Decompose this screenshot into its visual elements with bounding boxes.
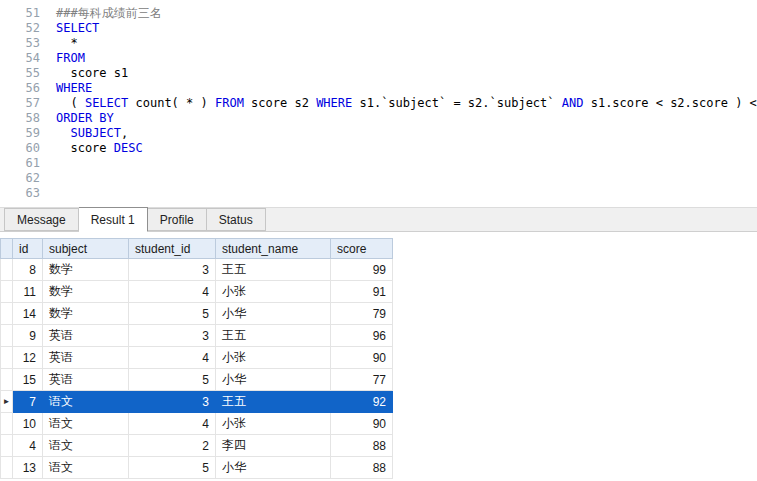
- result-table-body: 8数学3王五9911数学4小张9114数学5小华799英语3王五9612英语4小…: [1, 259, 393, 479]
- cell-subject[interactable]: 语文: [43, 457, 129, 479]
- cell-score[interactable]: 96: [331, 325, 393, 347]
- cell-student_name[interactable]: 小张: [216, 413, 331, 435]
- row-selector[interactable]: [1, 457, 13, 479]
- cell-student_id[interactable]: 4: [129, 413, 216, 435]
- cell-student_name[interactable]: 小华: [216, 369, 331, 391]
- cell-id[interactable]: 9: [13, 325, 43, 347]
- table-row: 14数学5小华79: [1, 303, 393, 325]
- cell-score[interactable]: 90: [331, 347, 393, 369]
- line-number: 60: [0, 141, 40, 156]
- row-selector-header: [1, 239, 13, 259]
- cell-id[interactable]: 4: [13, 435, 43, 457]
- cell-student_name[interactable]: 小华: [216, 457, 331, 479]
- cell-student_id[interactable]: 5: [129, 303, 216, 325]
- cell-subject[interactable]: 英语: [43, 369, 129, 391]
- cell-student_id[interactable]: 3: [129, 259, 216, 281]
- code-line: score s1: [56, 66, 757, 81]
- cell-student_id[interactable]: 3: [129, 391, 216, 413]
- line-number: 57: [0, 96, 40, 111]
- cell-student_name[interactable]: 李四: [216, 435, 331, 457]
- row-selector[interactable]: [1, 435, 13, 457]
- tab-message[interactable]: Message: [4, 208, 79, 231]
- column-header-id[interactable]: id: [13, 239, 43, 259]
- cell-subject[interactable]: 英语: [43, 325, 129, 347]
- code-line: WHERE: [56, 81, 757, 96]
- tab-profile[interactable]: Profile: [148, 208, 207, 231]
- cell-student_name[interactable]: 王五: [216, 325, 331, 347]
- cell-id[interactable]: 7: [13, 391, 43, 413]
- cell-student_name[interactable]: 王五: [216, 259, 331, 281]
- code-line: *: [56, 36, 757, 51]
- code-line: SELECT: [56, 21, 757, 36]
- editor-gutter: 51525354555657585960616263: [0, 6, 48, 207]
- cell-subject[interactable]: 语文: [43, 391, 129, 413]
- column-header-student_name[interactable]: student_name: [216, 239, 331, 259]
- code-line: FROM: [56, 51, 757, 66]
- table-row: 12英语4小张90: [1, 347, 393, 369]
- cell-score[interactable]: 88: [331, 435, 393, 457]
- cell-score[interactable]: 91: [331, 281, 393, 303]
- cell-score[interactable]: 88: [331, 457, 393, 479]
- cell-student_id[interactable]: 5: [129, 369, 216, 391]
- current-row-arrow-icon: ►: [3, 397, 11, 406]
- cell-subject[interactable]: 数学: [43, 281, 129, 303]
- cell-student_name[interactable]: 小华: [216, 303, 331, 325]
- cell-student_id[interactable]: 3: [129, 325, 216, 347]
- row-selector[interactable]: [1, 259, 13, 281]
- cell-subject[interactable]: 数学: [43, 303, 129, 325]
- line-number: 56: [0, 81, 40, 96]
- cell-subject[interactable]: 数学: [43, 259, 129, 281]
- column-header-subject[interactable]: subject: [43, 239, 129, 259]
- cell-id[interactable]: 10: [13, 413, 43, 435]
- line-number: 58: [0, 111, 40, 126]
- cell-id[interactable]: 11: [13, 281, 43, 303]
- editor-code[interactable]: ###每科成绩前三名SELECT *FROM score s1WHERE ( S…: [48, 6, 757, 207]
- tab-status[interactable]: Status: [207, 208, 266, 231]
- cell-student_name[interactable]: 王五: [216, 391, 331, 413]
- cell-id[interactable]: 15: [13, 369, 43, 391]
- code-line: [56, 171, 757, 186]
- code-line: SUBJECT,: [56, 126, 757, 141]
- cell-student_id[interactable]: 4: [129, 281, 216, 303]
- line-number: 55: [0, 66, 40, 81]
- sql-editor[interactable]: 51525354555657585960616263 ###每科成绩前三名SEL…: [0, 0, 757, 207]
- code-line: score DESC: [56, 141, 757, 156]
- row-selector[interactable]: [1, 369, 13, 391]
- result-grid: idsubjectstudent_idstudent_namescore 8数学…: [0, 238, 393, 479]
- row-selector[interactable]: [1, 325, 13, 347]
- row-selector[interactable]: [1, 281, 13, 303]
- row-selector-current[interactable]: ►: [1, 391, 13, 413]
- cell-id[interactable]: 14: [13, 303, 43, 325]
- cell-id[interactable]: 12: [13, 347, 43, 369]
- row-selector[interactable]: [1, 347, 13, 369]
- table-row: 15英语5小华77: [1, 369, 393, 391]
- code-line: ORDER BY: [56, 111, 757, 126]
- table-row: ►7语文3王五92: [1, 391, 393, 413]
- row-selector[interactable]: [1, 303, 13, 325]
- cell-subject[interactable]: 语文: [43, 435, 129, 457]
- cell-student_id[interactable]: 2: [129, 435, 216, 457]
- cell-score[interactable]: 99: [331, 259, 393, 281]
- cell-subject[interactable]: 英语: [43, 347, 129, 369]
- row-selector[interactable]: [1, 413, 13, 435]
- cell-score[interactable]: 90: [331, 413, 393, 435]
- table-row: 8数学3王五99: [1, 259, 393, 281]
- table-row: 9英语3王五96: [1, 325, 393, 347]
- cell-student_id[interactable]: 4: [129, 347, 216, 369]
- table-row: 13语文5小华88: [1, 457, 393, 479]
- cell-student_name[interactable]: 小张: [216, 281, 331, 303]
- cell-score[interactable]: 77: [331, 369, 393, 391]
- cell-id[interactable]: 13: [13, 457, 43, 479]
- column-header-score[interactable]: score: [331, 239, 393, 259]
- cell-score[interactable]: 92: [331, 391, 393, 413]
- line-number: 54: [0, 51, 40, 66]
- line-number: 62: [0, 171, 40, 186]
- cell-student_id[interactable]: 5: [129, 457, 216, 479]
- cell-student_name[interactable]: 小张: [216, 347, 331, 369]
- cell-id[interactable]: 8: [13, 259, 43, 281]
- column-header-student_id[interactable]: student_id: [129, 239, 216, 259]
- cell-subject[interactable]: 语文: [43, 413, 129, 435]
- cell-score[interactable]: 79: [331, 303, 393, 325]
- line-number: 63: [0, 186, 40, 201]
- tab-result-1[interactable]: Result 1: [79, 207, 148, 232]
